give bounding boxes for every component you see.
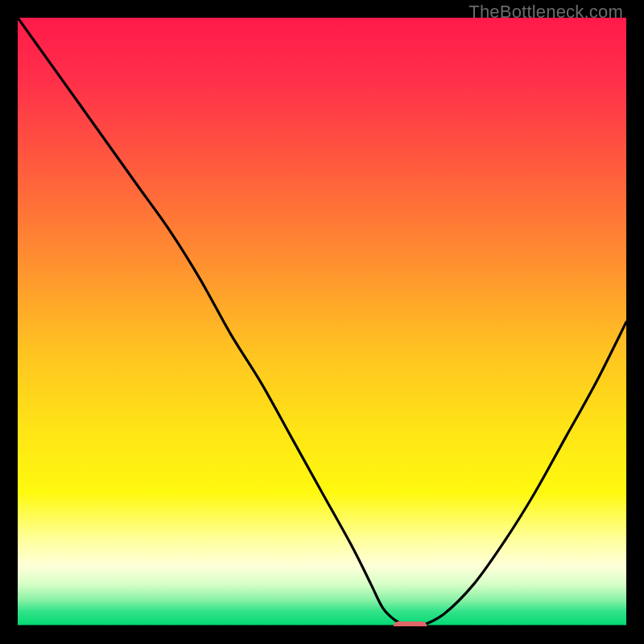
optimal-marker <box>394 621 427 626</box>
gradient-background <box>18 18 626 626</box>
chart-frame <box>18 18 626 626</box>
watermark-text: TheBottleneck.com <box>469 2 623 23</box>
bottleneck-chart <box>18 18 626 626</box>
